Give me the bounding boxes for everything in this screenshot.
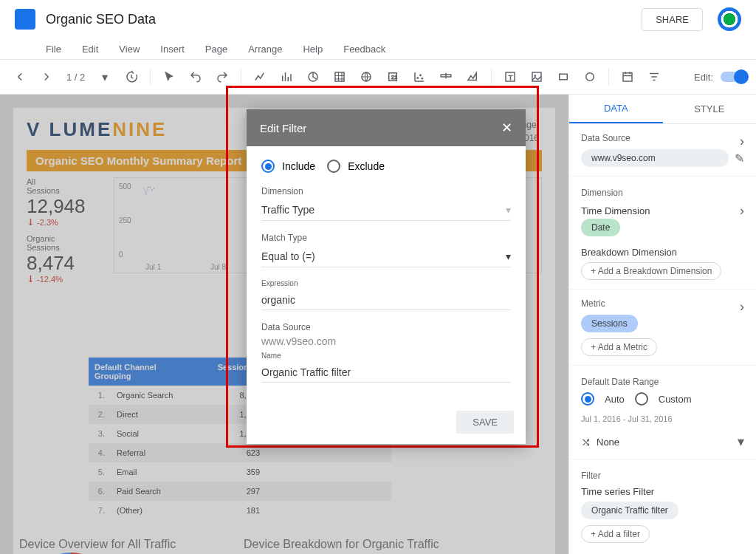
compare-value[interactable]: None [597,437,619,448]
dropdown-icon[interactable]: ▾ [94,66,116,88]
menu-help[interactable]: Help [303,44,323,55]
svg-rect-15 [623,73,632,81]
date-range-icon[interactable] [616,66,639,88]
time-series-icon[interactable] [249,66,271,88]
data-source-label: Data Source [581,133,630,143]
metric-chip[interactable]: Sessions [581,315,638,332]
dropdown-icon: ▾ [506,204,511,216]
dropdown-icon: ▾ [506,250,511,262]
match-type-label: Match Type [261,233,511,243]
app-header: Organic SEO Data SHARE [0,0,756,38]
menu-insert[interactable]: Insert [160,44,185,55]
rectangle-icon[interactable] [552,66,574,88]
modal-data-source-label: Data Source [261,322,511,332]
edit-label: Edit: [694,72,713,83]
add-metric-button[interactable]: + Add a Metric [581,338,657,356]
menu-page[interactable]: Page [205,44,227,55]
svg-text:21: 21 [391,74,397,81]
menu-feedback[interactable]: Feedback [343,44,385,55]
next-page-button[interactable] [35,66,58,88]
prev-page-button[interactable] [9,66,31,88]
area-chart-icon[interactable] [461,66,484,88]
svg-rect-1 [335,72,344,81]
modal-data-source-value: www.v9seo.com [261,335,511,347]
svg-point-5 [417,77,419,78]
page-info: 1 / 2 [62,72,89,83]
expression-label: Expression [261,279,511,287]
avatar[interactable] [718,7,741,31]
bullet-icon[interactable] [435,66,457,88]
radio-include[interactable] [261,160,275,173]
circle-icon[interactable] [579,66,601,88]
bar-chart-icon[interactable] [275,66,298,88]
svg-rect-13 [560,74,568,80]
svg-point-7 [422,78,423,79]
dimension-label: Dimension [261,186,511,196]
time-dimension-chip[interactable]: Date [581,219,620,236]
exclude-label: Exclude [348,160,385,172]
history-icon[interactable] [120,66,142,88]
svg-text:T: T [509,74,513,81]
app-logo [15,9,35,30]
menu-file[interactable]: File [46,44,61,55]
compare-icon[interactable]: ⤭ [581,435,591,449]
default-date-range-label: Default Date Range [581,377,659,387]
radio-exclude[interactable] [327,160,340,173]
data-source-chip[interactable]: www.v9seo.com [581,149,729,167]
svg-point-6 [420,75,422,76]
breakdown-dim-label: Breakdown Dimension [581,247,744,258]
chevron-right-icon[interactable]: › [740,134,744,149]
doc-title[interactable]: Organic SEO Data [46,12,642,27]
modal-title: Edit Filter [260,122,306,134]
filter-chip[interactable]: Organic Traffic filter [581,502,678,519]
name-input[interactable] [261,363,511,383]
scatter-icon[interactable] [408,66,430,88]
tab-style[interactable]: STYLE [663,95,757,123]
add-breakdown-button[interactable]: + Add a Breakdown Dimension [581,262,721,280]
include-label: Include [282,160,315,172]
metric-label: Metric [581,298,605,309]
edit-filter-modal: Edit Filter ✕ Include Exclude Dimension … [247,109,526,444]
text-icon[interactable]: T [499,66,521,88]
add-filter-button[interactable]: + Add a filter [581,525,650,543]
properties-sidebar: DATA STYLE Data Source › www.v9seo.com ✎… [568,95,756,554]
filter-section-label: Filter [581,471,601,481]
svg-point-12 [535,75,536,76]
edit-toggle[interactable] [721,72,747,82]
menu-arrange[interactable]: Arrange [248,44,282,55]
menu-edit[interactable]: Edit [82,44,98,55]
tab-data[interactable]: DATA [569,95,663,123]
svg-point-14 [586,73,594,81]
select-icon[interactable] [158,66,180,88]
date-range-display: Jul 1, 2016 - Jul 31, 2016 [581,414,744,423]
name-label: Name [261,352,511,360]
geo-icon[interactable] [355,66,377,88]
pie-chart-icon[interactable] [302,66,324,88]
radio-auto[interactable] [581,392,594,406]
dimension-select[interactable]: Traffic Type▾ [261,199,511,221]
share-button[interactable]: SHARE [642,8,703,31]
table-icon[interactable] [329,66,351,88]
redo-icon[interactable] [211,66,233,88]
scorecard-icon[interactable]: 21 [382,66,404,88]
save-button[interactable]: SAVE [456,411,514,434]
chevron-right-icon[interactable]: › [740,203,744,219]
match-type-select[interactable]: Equal to (=)▾ [261,246,511,267]
undo-icon[interactable] [185,66,207,88]
expression-input[interactable] [261,290,511,310]
edit-pencil-icon[interactable]: ✎ [735,151,744,165]
chevron-right-icon[interactable]: › [740,299,744,315]
dimension-label: Dimension [581,188,623,198]
menu-view[interactable]: View [119,44,140,55]
close-icon[interactable]: ✕ [501,120,512,136]
time-dimension-label: Time Dimension [581,205,650,216]
image-icon[interactable] [526,66,548,88]
time-series-filter-label: Time series Filter [581,486,744,497]
radio-custom[interactable] [635,392,648,406]
filter-icon[interactable] [643,66,665,88]
menu-bar: File Edit View Insert Page Arrange Help … [31,38,756,59]
